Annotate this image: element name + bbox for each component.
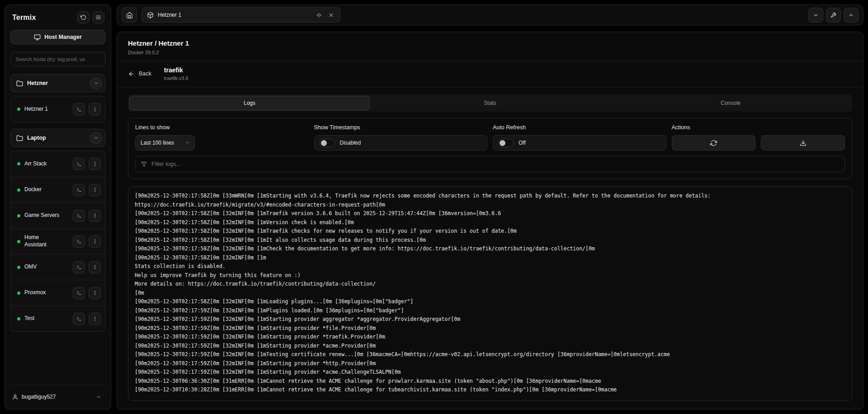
open-terminal-button[interactable] [73, 261, 85, 273]
host-row-hetzner-1[interactable]: Hetzner 1 [11, 96, 105, 122]
home-icon [126, 12, 133, 19]
arrow-left-icon [128, 71, 135, 77]
host-list-hetzner: Hetzner 1 [10, 96, 105, 122]
sidebar-group-hetzner[interactable]: Hetzner [10, 74, 105, 92]
host-row-docker[interactable]: Docker [11, 177, 105, 202]
download-logs-button[interactable] [761, 135, 845, 151]
log-line: [90m2025-12-30T02:17:59Z[0m [32mINF[0m [… [135, 315, 845, 324]
sidebar-header-buttons [77, 11, 104, 24]
host-row-buttons [73, 313, 101, 325]
group-collapse-button[interactable] [90, 132, 102, 144]
host-row-omv[interactable]: OMV [11, 254, 105, 280]
sidebar: Termix Host Manager Hetzner [5, 5, 111, 409]
kebab-menu-icon [92, 187, 98, 193]
lines-to-show-label: Lines to show [135, 124, 309, 131]
host-label: Arr Stack [24, 160, 47, 168]
host-manager-label: Host Manager [44, 34, 82, 40]
host-menu-button[interactable] [89, 103, 101, 115]
host-menu-button[interactable] [89, 287, 101, 299]
lines-to-show-value: Last 100 lines [141, 140, 174, 146]
open-terminal-button[interactable] [73, 158, 85, 170]
show-timestamps-toggle[interactable]: Disabled [314, 135, 488, 151]
sidebar-footer: bugattiguy527 [10, 385, 105, 404]
filter-logs-input[interactable] [151, 161, 839, 167]
toggle-knob [500, 140, 505, 146]
open-terminal-button[interactable] [73, 210, 85, 222]
log-line: [90m2025-12-30T02:17:59Z[0m [32mINF[0m [… [135, 324, 845, 333]
host-row-home-assistant[interactable]: Home Assistant [11, 228, 105, 254]
back-button[interactable]: Back [128, 71, 151, 77]
auto-refresh-toggle[interactable]: Off [493, 135, 666, 151]
host-manager-button[interactable]: Host Manager [10, 30, 105, 44]
panel-collapse-button[interactable] [808, 8, 823, 23]
tab-hetzner-1[interactable]: Hetzner 1 [142, 7, 340, 23]
log-line: [90m2025-12-30T02:17:59Z[0m [32mINF[0m [… [135, 368, 845, 377]
tab-stats[interactable]: Stats [370, 96, 610, 110]
download-icon [800, 140, 807, 146]
refresh-logs-button[interactable] [672, 135, 756, 151]
status-dot [17, 292, 20, 295]
reload-icon [80, 14, 86, 20]
host-row-test[interactable]: Test [11, 306, 105, 331]
split-view-button[interactable] [315, 11, 323, 19]
kebab-menu-icon [92, 316, 98, 321]
panel-expand-button[interactable] [844, 8, 859, 23]
sidebar-group-laptop[interactable]: Laptop [10, 129, 105, 147]
log-line: [90m2025-12-30T02:17:58Z[0m [32mINF[0m [… [135, 227, 845, 236]
user-menu-button[interactable] [93, 391, 104, 403]
host-row-proxmox[interactable]: Proxmox [11, 280, 105, 306]
open-terminal-button[interactable] [73, 184, 85, 196]
container-image: traefik:v3.6 [164, 75, 189, 81]
open-terminal-button[interactable] [73, 235, 85, 248]
tools-button[interactable] [826, 8, 841, 23]
host-label: Proxmox [24, 289, 46, 296]
open-terminal-button[interactable] [73, 287, 85, 299]
lines-to-show-select[interactable]: Last 100 lines [135, 135, 195, 151]
log-line: [90m2025-12-30T02:17:59Z[0m [32mINF[0m [… [135, 342, 845, 351]
host-row-buttons [73, 235, 101, 248]
open-terminal-button[interactable] [73, 313, 85, 325]
host-menu-button[interactable] [89, 184, 101, 196]
group-label: Hetzner [27, 80, 48, 86]
actions-label: Actions [672, 124, 845, 131]
toggle-switch[interactable] [320, 139, 335, 147]
tab-logs[interactable]: Logs [129, 96, 370, 110]
host-row-game-servers[interactable]: Game Servers [11, 202, 105, 228]
username: bugattiguy527 [22, 394, 56, 400]
host-list-laptop: Arr Stack Docker Game Servers [10, 151, 105, 332]
terminal-icon [76, 264, 82, 270]
search-input[interactable] [10, 52, 105, 66]
host-manager-icon [34, 34, 41, 41]
home-tab-button[interactable] [122, 7, 137, 23]
kebab-menu-icon [92, 239, 98, 244]
host-menu-button[interactable] [89, 210, 101, 222]
auto-refresh-state: Off [519, 140, 526, 146]
toggle-switch[interactable] [498, 139, 514, 147]
chevron-up-icon [848, 12, 854, 18]
tab-console[interactable]: Console [610, 96, 851, 110]
back-label: Back [139, 71, 151, 77]
host-row-arr-stack[interactable]: Arr Stack [11, 151, 105, 177]
menu-button[interactable] [92, 11, 104, 24]
lines-to-show-group: Lines to show Last 100 lines [135, 124, 309, 151]
host-row-buttons [73, 287, 101, 299]
log-output[interactable]: [90m2025-12-30T02:17:58Z[0m [33mWRN[0m [… [128, 186, 852, 401]
host-menu-button[interactable] [89, 158, 101, 170]
tab-bar: Hetzner 1 [117, 5, 863, 25]
split-pane-icon [316, 12, 322, 18]
host-row-buttons [73, 103, 101, 115]
host-menu-button[interactable] [89, 235, 101, 248]
host-menu-button[interactable] [89, 261, 101, 273]
host-menu-button[interactable] [89, 313, 101, 325]
open-terminal-button[interactable] [73, 103, 85, 115]
log-line: [90m2025-12-30T02:17:58Z[0m [33mWRN[0m [… [135, 192, 845, 209]
refresh-hosts-button[interactable] [77, 11, 90, 24]
close-tab-button[interactable] [327, 11, 335, 19]
kebab-menu-icon [92, 264, 98, 270]
filter-bar [135, 156, 845, 172]
host-row-buttons [73, 261, 101, 273]
terminal-icon [76, 161, 82, 167]
tab-controls [315, 11, 335, 19]
group-collapse-button[interactable] [90, 77, 102, 89]
filter-funnel-icon [141, 161, 147, 167]
